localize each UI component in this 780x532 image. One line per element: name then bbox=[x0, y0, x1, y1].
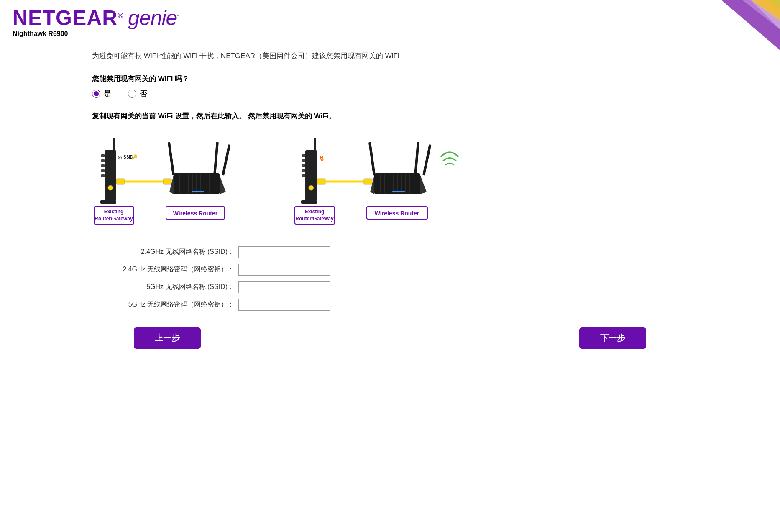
pass-24-label: 2.4GHz 无线网络密码（网络密钥）： bbox=[92, 265, 234, 274]
radio-yes-option[interactable]: 是 bbox=[92, 89, 111, 99]
svg-rect-31 bbox=[168, 142, 175, 175]
genie-text: genie bbox=[128, 6, 177, 30]
svg-rect-47 bbox=[314, 138, 316, 151]
svg-rect-51 bbox=[317, 179, 325, 184]
svg-point-13 bbox=[108, 185, 113, 190]
svg-rect-33 bbox=[222, 144, 230, 176]
tm-symbol: · bbox=[177, 13, 178, 19]
svg-rect-65 bbox=[414, 142, 419, 175]
diagram-right: ↯ bbox=[293, 133, 473, 230]
svg-rect-10 bbox=[101, 174, 105, 177]
svg-rect-43 bbox=[302, 159, 305, 162]
svg-rect-9 bbox=[101, 169, 105, 172]
radio-yes-label: 是 bbox=[104, 89, 111, 99]
svg-rect-48 bbox=[301, 200, 317, 204]
svg-text:🔑: 🔑 bbox=[132, 154, 138, 160]
pass-5-input[interactable] bbox=[238, 299, 330, 311]
svg-rect-45 bbox=[302, 169, 305, 172]
radio-no-label: 否 bbox=[140, 89, 147, 99]
svg-rect-11 bbox=[113, 138, 115, 151]
main-content: 为避免可能有损 WiFi 性能的 WiFi 干扰，NETGEAR（美国网件公司）… bbox=[0, 38, 780, 366]
pass-24-row: 2.4GHz 无线网络密码（网络密钥）： bbox=[92, 264, 688, 276]
svg-rect-12 bbox=[100, 200, 116, 204]
ssid-24-row: 2.4GHz 无线网络名称 (SSID)： bbox=[92, 246, 688, 258]
radio-no[interactable] bbox=[128, 90, 136, 98]
svg-rect-20 bbox=[163, 179, 171, 184]
svg-rect-18 bbox=[116, 179, 125, 184]
header: NETGEAR® genie· Nighthawk R6900 bbox=[0, 0, 780, 38]
pass-24-input[interactable] bbox=[238, 264, 330, 276]
svg-text:Wireless Router: Wireless Router bbox=[375, 210, 419, 217]
svg-text:Existing: Existing bbox=[104, 209, 124, 215]
gateway-body bbox=[105, 150, 116, 200]
svg-rect-30 bbox=[192, 191, 204, 192]
svg-rect-41 bbox=[305, 150, 317, 200]
svg-text:Wireless Router: Wireless Router bbox=[173, 210, 218, 217]
svg-text:Router/Gateway: Router/Gateway bbox=[295, 216, 334, 222]
intro-text: 为避免可能有损 WiFi 性能的 WiFi 干扰，NETGEAR（美国网件公司）… bbox=[92, 50, 688, 62]
radio-no-option[interactable]: 否 bbox=[128, 89, 147, 99]
diagrams-container: ⦾ SSID 🔑 – bbox=[92, 133, 688, 230]
svg-rect-44 bbox=[302, 164, 305, 167]
question-label: 您能禁用现有网关的 WiFi 吗？ bbox=[92, 74, 688, 84]
reg-symbol: ® bbox=[118, 11, 123, 20]
svg-rect-46 bbox=[302, 174, 305, 177]
diagram-left: ⦾ SSID 🔑 – bbox=[92, 133, 268, 230]
instruction-text: 复制现有网关的当前 WiFi 设置，然后在此输入。 然后禁用现有网关的 WiFi… bbox=[92, 111, 688, 121]
space bbox=[123, 7, 128, 29]
radio-yes[interactable] bbox=[92, 90, 100, 98]
radio-group: 是 否 bbox=[92, 89, 688, 99]
svg-rect-53 bbox=[364, 179, 372, 184]
next-button[interactable]: 下一步 bbox=[579, 327, 646, 349]
ssid-24-input[interactable] bbox=[238, 246, 330, 258]
ssid-5-label: 5GHz 无线网络名称 (SSID)： bbox=[92, 283, 234, 292]
logo: NETGEAR® genie· bbox=[13, 8, 178, 28]
decoration-triangles bbox=[696, 0, 780, 50]
svg-text:Existing: Existing bbox=[305, 209, 325, 215]
model-name: Nighthawk R6900 bbox=[13, 30, 178, 38]
svg-point-49 bbox=[309, 185, 314, 190]
svg-text:–: – bbox=[137, 154, 140, 160]
svg-rect-6 bbox=[101, 154, 105, 157]
svg-rect-64 bbox=[368, 142, 376, 175]
ssid-5-row: 5GHz 无线网络名称 (SSID)： bbox=[92, 281, 688, 293]
logo-area: NETGEAR® genie· Nighthawk R6900 bbox=[13, 8, 178, 38]
form-section: 2.4GHz 无线网络名称 (SSID)： 2.4GHz 无线网络密码（网络密钥… bbox=[92, 246, 688, 311]
svg-marker-68 bbox=[420, 175, 427, 194]
ssid-24-label: 2.4GHz 无线网络名称 (SSID)： bbox=[92, 248, 234, 256]
svg-rect-42 bbox=[302, 154, 305, 157]
svg-text:↯: ↯ bbox=[319, 155, 324, 162]
netgear-text: NETGEAR bbox=[13, 6, 118, 30]
buttons-row: 上一步 下一步 bbox=[92, 323, 688, 353]
back-button[interactable]: 上一步 bbox=[134, 327, 201, 349]
diagram-left-svg: ⦾ SSID 🔑 – bbox=[92, 133, 268, 230]
svg-marker-35 bbox=[220, 175, 226, 194]
svg-text:Router/Gateway: Router/Gateway bbox=[95, 216, 133, 222]
svg-text:⦾: ⦾ bbox=[118, 155, 122, 160]
svg-rect-66 bbox=[422, 144, 431, 176]
svg-rect-8 bbox=[101, 164, 105, 167]
svg-rect-63 bbox=[392, 191, 405, 192]
svg-rect-7 bbox=[101, 159, 105, 162]
svg-rect-32 bbox=[213, 142, 219, 175]
ssid-5-input[interactable] bbox=[238, 281, 330, 293]
pass-5-label: 5GHz 无线网络密码（网络密钥）： bbox=[92, 300, 234, 309]
diagram-right-svg: ↯ bbox=[293, 133, 473, 230]
pass-5-row: 5GHz 无线网络密码（网络密钥）： bbox=[92, 299, 688, 311]
